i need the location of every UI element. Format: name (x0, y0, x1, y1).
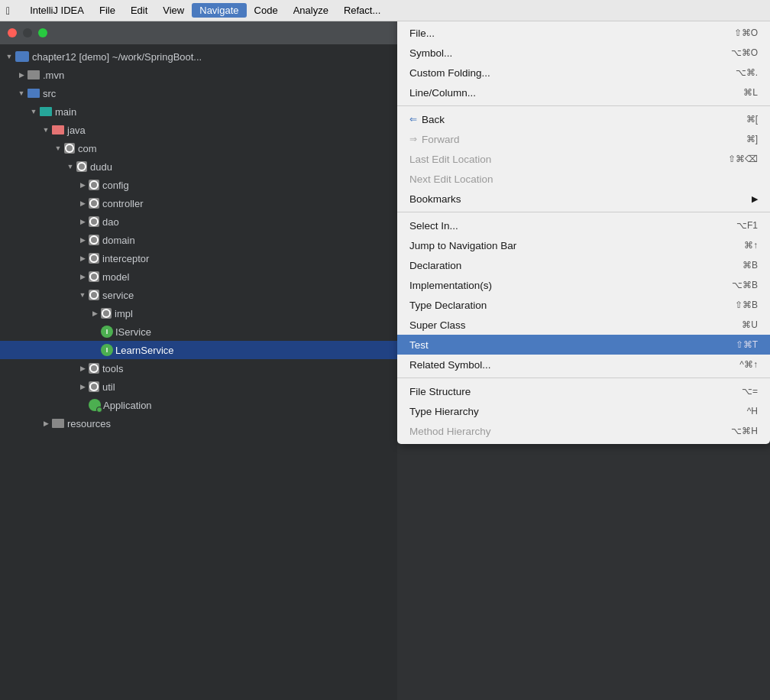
menu-item-shortcut: ⇧⌘⌫ (728, 154, 758, 164)
folder-pkg-icon (89, 271, 99, 282)
menu-item-label: Implementation(s) (409, 280, 492, 291)
arrow-icon: ▶ (40, 420, 52, 427)
tree-item-application[interactable]: ▶ Application (0, 396, 397, 414)
menu-item-last-edit: Last Edit Location ⇧⌘⌫ (397, 149, 770, 169)
tree-item-label: IService (115, 326, 151, 338)
tree-item-label: util (102, 381, 115, 393)
tree-item-service[interactable]: ▼ service (0, 286, 397, 304)
project-tree: ▼ chapter12 [demo] ~/work/SpringBoot... … (0, 44, 397, 700)
tree-item-label: dudu (90, 161, 112, 173)
menu-edit[interactable]: Edit (123, 3, 155, 18)
menu-intellij[interactable]: IntelliJ IDEA (22, 3, 92, 18)
tree-item-com[interactable]: ▼ com (0, 139, 397, 157)
menu-code[interactable]: Code (247, 3, 286, 18)
arrow-icon: ▶ (76, 199, 89, 207)
tree-item-label: .mvn (43, 70, 64, 81)
menu-item-shortcut: ⇧⌘B (735, 300, 758, 310)
tree-item-dudu[interactable]: ▼ dudu (0, 157, 397, 176)
submenu-arrow-icon: ▶ (752, 194, 758, 204)
menu-item-declaration[interactable]: Declaration ⌘B (397, 255, 770, 275)
tree-item-main[interactable]: ▼ main (0, 102, 397, 121)
tree-item-label: Application (103, 400, 152, 411)
maximize-button[interactable] (38, 28, 47, 37)
menu-item-custom-folding[interactable]: Custom Folding... ⌥⌘. (397, 63, 770, 83)
menu-item-file-structure[interactable]: File Structure ⌥= (397, 381, 770, 401)
menu-item-back[interactable]: ⇐ Back ⌘[ (397, 109, 770, 129)
tree-item-java[interactable]: ▼ java (0, 121, 397, 139)
back-arrow-icon: ⇐ (409, 114, 417, 125)
tree-item-tools[interactable]: ▶ tools (0, 359, 397, 378)
tree-item-label: com (78, 143, 97, 154)
arrow-icon: ▶ (76, 383, 89, 391)
tree-item-chapter12[interactable]: ▼ chapter12 [demo] ~/work/SpringBoot... (0, 47, 397, 66)
menu-item-shortcut: ⌥F1 (736, 220, 758, 231)
menu-item-jump-nav[interactable]: Jump to Navigation Bar ⌘↑ (397, 235, 770, 255)
menu-item-symbol[interactable]: Symbol... ⌥⌘O (397, 43, 770, 63)
tree-item-label: impl (115, 308, 133, 319)
tree-item-resources[interactable]: ▶ resources (0, 414, 397, 433)
menu-item-method-hierarchy: Method Hierarchy ⌥⌘H (397, 421, 770, 441)
close-button[interactable] (8, 28, 17, 37)
menu-item-line-column[interactable]: Line/Column... ⌘L (397, 83, 770, 102)
menu-item-label: Jump to Navigation Bar (409, 240, 516, 251)
tree-item-config[interactable]: ▶ config (0, 176, 397, 194)
arrow-icon: ▼ (28, 108, 40, 115)
arrow-icon: ▼ (3, 53, 15, 60)
menu-analyze[interactable]: Analyze (286, 3, 336, 18)
tree-item-controller[interactable]: ▶ controller (0, 194, 397, 212)
tree-item-label: src (43, 88, 56, 99)
tree-item-learnservice[interactable]: ▶ I LearnService (0, 341, 397, 359)
folder-pkg-icon (89, 198, 99, 209)
project-tree-panel: ▼ chapter12 [demo] ~/work/SpringBoot... … (0, 44, 397, 700)
folder-main-icon (40, 107, 52, 116)
tree-item-model[interactable]: ▶ model (0, 267, 397, 286)
menu-view[interactable]: View (155, 3, 192, 18)
menu-item-shortcut: ^H (747, 406, 758, 416)
folder-pkg-icon (89, 253, 99, 264)
menu-item-shortcut: ⌘] (746, 134, 758, 144)
arrow-icon: ▶ (76, 273, 89, 280)
tree-item-label: LearnService (115, 345, 174, 356)
tree-item-src[interactable]: ▼ src (0, 84, 397, 102)
folder-java-icon (52, 125, 64, 134)
tree-item-dao[interactable]: ▶ dao (0, 212, 397, 231)
divider (397, 105, 770, 106)
tree-item-mvn[interactable]: ▶ .mvn (0, 66, 397, 84)
menu-item-label: Type Declaration (409, 300, 487, 311)
menu-item-bookmarks[interactable]: Bookmarks ▶ (397, 189, 770, 209)
menu-item-label: File Structure (409, 386, 471, 397)
menu-item-type-declaration[interactable]: Type Declaration ⇧⌘B (397, 295, 770, 315)
menu-file[interactable]: File (92, 3, 123, 18)
tree-item-interceptor[interactable]: ▶ interceptor (0, 249, 397, 267)
tree-item-iservice[interactable]: ▶ I IService (0, 322, 397, 341)
menu-item-implementations[interactable]: Implementation(s) ⌥⌘B (397, 275, 770, 295)
tree-item-label: service (102, 290, 134, 301)
menu-item-test[interactable]: Test ⇧⌘T (397, 335, 770, 355)
folder-icon (28, 70, 40, 79)
menu-item-super-class[interactable]: Super Class ⌘U (397, 315, 770, 335)
folder-resources-icon (52, 419, 64, 428)
menu-item-related-symbol[interactable]: Related Symbol... ^⌘↑ (397, 355, 770, 374)
tree-item-impl[interactable]: ▶ impl (0, 304, 397, 322)
arrow-icon: ▶ (15, 71, 28, 79)
tree-item-domain[interactable]: ▶ domain (0, 231, 397, 249)
folder-pkg-icon (89, 180, 99, 190)
menu-navigate[interactable]: Navigate (192, 3, 246, 18)
menu-item-file[interactable]: File... ⇧⌘O (397, 23, 770, 43)
arrow-icon: ▼ (64, 163, 76, 170)
tree-item-label: controller (102, 198, 143, 209)
menu-item-label: Bookmarks (409, 193, 461, 205)
menu-item-select-in[interactable]: Select In... ⌥F1 (397, 216, 770, 235)
minimize-button[interactable] (23, 28, 32, 37)
menu-item-shortcut: ⌥= (742, 386, 758, 397)
menu-item-forward: ⇒ Forward ⌘] (397, 129, 770, 149)
tree-item-util[interactable]: ▶ util (0, 378, 397, 396)
menu-item-type-hierarchy[interactable]: Type Hierarchy ^H (397, 401, 770, 421)
menu-item-label: Line/Column... (409, 87, 476, 99)
menu-item-shortcut: ⌥⌘O (731, 47, 758, 58)
arrow-icon: ▶ (76, 254, 89, 262)
folder-pkg-icon (76, 161, 87, 172)
tree-item-label: main (55, 106, 76, 118)
divider (397, 212, 770, 212)
menu-refactor[interactable]: Refact... (336, 3, 388, 18)
